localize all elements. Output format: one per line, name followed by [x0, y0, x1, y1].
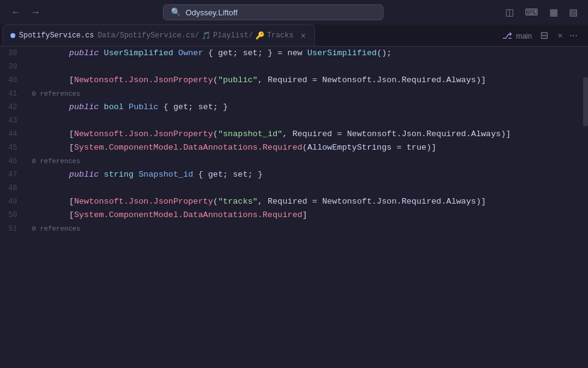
split-editor-button[interactable]: ⊟ [537, 27, 551, 44]
line-content: [System.ComponentModel.DataAnnotations.R… [27, 209, 588, 222]
tab-actions: ⎇ main ⊟ × ··· [499, 27, 586, 44]
more-options-button[interactable]: ··· [567, 28, 581, 44]
indent [29, 102, 69, 112]
token-punc: ( [213, 75, 218, 85]
ref-count: 0 references [29, 225, 80, 232]
token-punc: { get; set; } = new [203, 48, 307, 58]
branch-button[interactable]: ⎇ main [499, 28, 535, 43]
code-lines: 38 public UserSimplified Owner { get; se… [0, 47, 588, 236]
line-number: 45 [5, 141, 27, 155]
scrollbar-vertical[interactable] [583, 77, 588, 126]
code-line-48: 48 [0, 182, 588, 195]
indent [29, 170, 69, 179]
token-punc [124, 102, 129, 112]
token-punc: [ [29, 210, 74, 220]
tab-bar: SpotifyService.cs Data/SpotifyService.cs… [0, 25, 588, 47]
code-line-49: 49 [Newtonsoft.Json.JsonProperty("tracks… [0, 195, 588, 209]
editor-area: 38 public UserSimplified Owner { get; se… [0, 47, 588, 368]
line-content: [System.ComponentModel.DataAnnotations.R… [27, 141, 588, 155]
line-number: 38 [5, 47, 27, 60]
breadcrumb-icon-playlist: 🎵 [202, 31, 211, 40]
token-attr-name: Newtonsoft.Json.JsonProperty [74, 129, 213, 139]
token-punc [99, 48, 104, 58]
line-number: 42 [5, 101, 27, 114]
forward-button[interactable]: → [27, 6, 44, 19]
token-attr-name: System.ComponentModel.DataAnnotations.Re… [74, 143, 303, 152]
line-content: [Newtonsoft.Json.JsonProperty("snapshot_… [27, 128, 588, 141]
ref-count: 0 references [29, 158, 80, 165]
breadcrumb-icon-key: 🔑 [255, 31, 265, 40]
token-punc [99, 102, 104, 112]
line-number: 40 [5, 74, 27, 87]
token-prop: Snapshot_id [138, 170, 193, 179]
token-punc: ( [213, 197, 218, 206]
line-number: 44 [5, 128, 27, 141]
editor-close-button[interactable]: × [556, 31, 564, 40]
tab-filename: SpotifyService.cs [19, 31, 94, 40]
token-type: UserSimplified [307, 48, 377, 58]
code-line-47: 47 public string Snapshot_id { get; set;… [0, 168, 588, 182]
line-number: 39 [5, 60, 27, 74]
line-number: 51 [5, 222, 27, 236]
layout-icon-2[interactable]: ⌨ [522, 4, 541, 20]
code-line-45: 45 [System.ComponentModel.DataAnnotation… [0, 141, 588, 155]
search-input[interactable] [186, 8, 375, 17]
token-punc: [ [29, 75, 74, 85]
line-content: [Newtonsoft.Json.JsonProperty("tracks", … [27, 195, 588, 209]
code-content[interactable]: 38 public UserSimplified Owner { get; se… [0, 47, 588, 368]
tab-breadcrumb: Data/SpotifyService.cs/ 🎵 Playlist/ 🔑 Tr… [97, 31, 293, 40]
token-punc: , Required = Newtonsoft.Json.Required.Al… [282, 129, 511, 139]
token-punc: [ [29, 129, 74, 139]
breadcrumb-tracks: Tracks [267, 31, 293, 40]
code-line-43: 43 [0, 114, 588, 128]
token-attr-name: System.ComponentModel.DataAnnotations.Re… [74, 210, 303, 220]
token-punc [99, 170, 104, 179]
line-number: 48 [5, 182, 27, 195]
line-number: 41 [5, 87, 27, 101]
layout-icon-1[interactable]: ◫ [502, 4, 517, 20]
token-type: string [104, 170, 134, 179]
token-str: "snapshot_id" [218, 129, 282, 139]
indent [29, 48, 69, 58]
line-number: 47 [5, 168, 27, 182]
token-str: "public" [218, 75, 258, 85]
line-content: 0 references [27, 155, 588, 168]
code-line-40: 40 [Newtonsoft.Json.JsonProperty("public… [0, 74, 588, 87]
search-icon: 🔍 [171, 7, 181, 17]
line-number: 43 [5, 114, 27, 128]
nav-buttons: ← → [7, 6, 44, 19]
search-bar[interactable]: 🔍 [163, 4, 383, 20]
token-punc: , Required = Newtonsoft.Json.Required.Al… [258, 75, 486, 85]
layout-icon-3[interactable]: ▦ [546, 4, 561, 20]
code-line-42: 42 public bool Public { get; set; } [0, 101, 588, 114]
token-kw: public [69, 102, 99, 112]
token-punc: (); [377, 48, 391, 58]
token-prop: Public [129, 102, 159, 112]
token-attr-name: Newtonsoft.Json.JsonProperty [74, 197, 213, 206]
line-number: 50 [5, 209, 27, 222]
code-line-51: 510 references [0, 222, 588, 236]
line-content: public bool Public { get; set; } [27, 101, 588, 114]
tab-close-button[interactable]: × [300, 31, 307, 40]
code-line-50: 50 [System.ComponentModel.DataAnnotation… [0, 209, 588, 222]
token-punc: ( [213, 129, 218, 139]
breadcrumb-playlist: Playlist/ [213, 31, 253, 40]
token-type: UserSimplified [104, 48, 173, 58]
ref-count: 0 references [29, 90, 80, 98]
back-button[interactable]: ← [7, 6, 24, 19]
line-content: public UserSimplified Owner { get; set; … [27, 47, 588, 60]
code-line-41: 410 references [0, 87, 588, 101]
token-punc: (AllowEmptyStrings = true)] [303, 143, 437, 152]
title-bar: ← → 🔍 ◫ ⌨ ▦ ▤ [0, 0, 588, 25]
tab-spotifyservice[interactable]: SpotifyService.cs Data/SpotifyService.cs… [2, 25, 315, 46]
token-punc: [ [29, 197, 74, 206]
title-bar-right: ◫ ⌨ ▦ ▤ [502, 4, 581, 20]
code-line-44: 44 [Newtonsoft.Json.JsonProperty("snapsh… [0, 128, 588, 141]
code-line-46: 460 references [0, 155, 588, 168]
token-str: "tracks" [218, 197, 258, 206]
layout-icon-4[interactable]: ▤ [566, 4, 581, 20]
token-punc: { get; set; } [193, 170, 262, 179]
breadcrumb-data: Data/SpotifyService.cs/ [97, 31, 199, 40]
line-content: [Newtonsoft.Json.JsonProperty("public", … [27, 74, 588, 87]
line-content: 0 references [27, 222, 588, 236]
